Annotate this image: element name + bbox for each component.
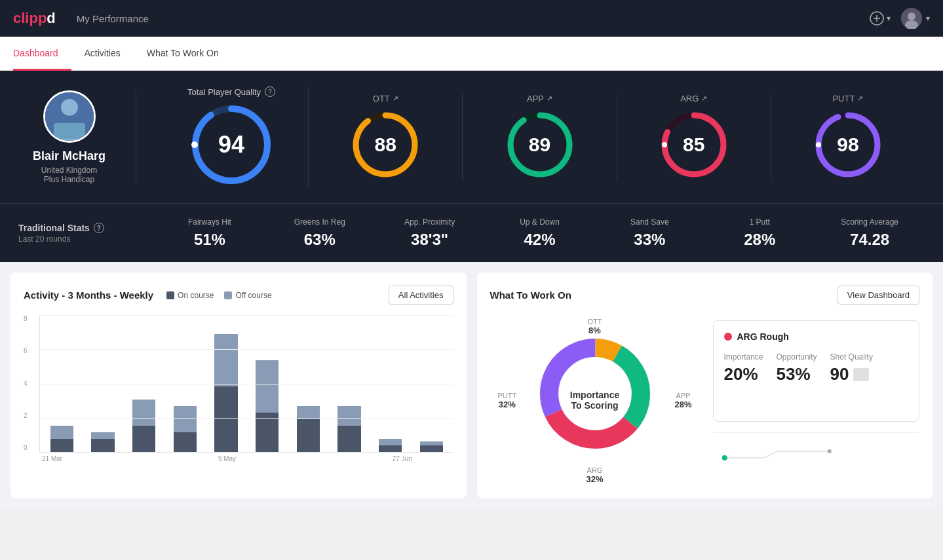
all-activities-button[interactable]: All Activities — [389, 286, 453, 305]
bar-off-course — [132, 400, 155, 426]
ring-arg: ARG ↗ 85 — [617, 94, 771, 181]
donut-chart — [529, 328, 661, 459]
tab-bar: Dashboard Activities What To Work On — [0, 37, 943, 71]
stat-sand-save: Sand Save 33% — [594, 217, 704, 249]
bar-group — [371, 315, 410, 452]
header-right: ▾ ▾ — [870, 8, 930, 29]
add-button[interactable]: ▾ — [870, 11, 891, 26]
ring-container-ott: 88 — [349, 109, 421, 181]
label-ott: OTT 8% — [588, 318, 602, 335]
bar-off-course — [50, 426, 73, 439]
metric-shot-quality: Shot Quality 90 — [830, 352, 873, 384]
label-arg: ARG 32% — [586, 466, 603, 484]
legend-off-course: Off course — [224, 291, 271, 300]
bar-group — [125, 315, 163, 452]
info-card-title: ARG Rough — [724, 331, 909, 342]
player-name: Blair McHarg — [33, 149, 106, 163]
view-dashboard-button[interactable]: View Dashboard — [837, 286, 919, 305]
donut-section: Importance To Scoring OTT 8% APP 28% ARG — [490, 315, 700, 485]
stat-help-icon[interactable]: ? — [94, 223, 104, 233]
ring-container-arg: 85 — [658, 109, 730, 181]
score-rings: Total Player Quality ? 94 OTT ↗ — [136, 86, 925, 187]
arg-label: ARG ↗ — [680, 94, 707, 103]
bar-group — [412, 315, 451, 452]
bar-on-course — [379, 445, 402, 452]
traditional-stats: Traditional Stats ? Last 20 rounds Fairw… — [0, 204, 943, 262]
bar-off-course — [91, 432, 114, 439]
tab-activities[interactable]: Activities — [71, 37, 134, 71]
label-app: APP 28% — [674, 392, 691, 409]
bar-off-course — [337, 406, 360, 426]
logo-text: clippd — [13, 10, 56, 27]
bar-on-course — [174, 432, 197, 452]
score-total-value: 94 — [218, 131, 244, 159]
ott-label: OTT ↗ — [373, 94, 398, 103]
bar-off-course — [256, 360, 279, 413]
work-on-card: What To Work On View Dashboard — [477, 272, 933, 498]
legend-off-dot — [224, 291, 232, 299]
score-app-value: 89 — [529, 134, 550, 156]
bar-group — [330, 315, 369, 452]
activity-card-header: Activity - 3 Months - Weekly On course O… — [24, 286, 453, 305]
stat-label-sub: Last 20 rounds — [18, 234, 121, 244]
svg-rect-9 — [53, 122, 85, 138]
avatar — [901, 8, 922, 29]
svg-point-7 — [61, 98, 78, 115]
ring-putt: PUTT ↗ 98 — [771, 94, 925, 181]
legend: On course Off course — [166, 291, 272, 300]
metric-importance: Importance 20% — [724, 352, 763, 384]
work-on-card-header: What To Work On View Dashboard — [490, 286, 920, 305]
tab-dashboard[interactable]: Dashboard — [13, 37, 71, 71]
player-handicap: Plus Handicap — [44, 175, 94, 184]
stat-up-and-down: Up & Down 42% — [485, 217, 595, 249]
svg-point-29 — [827, 449, 831, 453]
stats-grid: Fairways Hit 51% Greens In Reg 63% App. … — [136, 217, 925, 249]
donut-labels: Importance To Scoring OTT 8% APP 28% ARG — [497, 315, 693, 485]
player-avatar — [43, 90, 96, 143]
ring-container-app: 89 — [504, 109, 576, 181]
bar-group — [248, 315, 286, 452]
bar-on-course — [50, 439, 73, 452]
bar-group — [166, 315, 204, 452]
bar-group — [207, 315, 246, 452]
bar-off-course — [214, 334, 237, 386]
player-info: Blair McHarg United Kingdom Plus Handica… — [18, 90, 136, 184]
bar-off-course — [379, 439, 402, 445]
label-putt: PUTT 32% — [498, 392, 517, 409]
user-menu[interactable]: ▾ — [901, 8, 930, 29]
header-title: My Performance — [77, 13, 149, 24]
putt-label: PUTT ↗ — [832, 94, 863, 103]
legend-on-dot — [166, 291, 174, 299]
bar-group — [289, 315, 328, 452]
red-dot — [724, 333, 732, 341]
ring-ott: OTT ↗ 88 — [309, 94, 463, 181]
legend-on-course: On course — [166, 291, 214, 300]
stat-scoring-average: Scoring Average 74.28 — [815, 217, 925, 249]
work-on-title: What To Work On — [490, 289, 571, 301]
svg-point-28 — [722, 455, 727, 460]
connector-area — [713, 432, 920, 485]
ring-total: Total Player Quality ? 94 — [155, 86, 309, 187]
activity-title: Activity - 3 Months - Weekly — [24, 289, 153, 301]
bar-on-course — [420, 445, 443, 452]
stat-greens-in-reg: Greens In Reg 63% — [265, 217, 375, 249]
stat-fairways-hit: Fairways Hit 51% — [155, 217, 265, 249]
bar-on-course — [214, 386, 237, 452]
score-ott-value: 88 — [375, 134, 396, 156]
bar-off-course — [297, 406, 320, 419]
info-metrics: Importance 20% Opportunity 53% Shot Qual… — [724, 352, 909, 384]
bar-off-course — [174, 406, 197, 432]
bar-on-course — [91, 439, 114, 452]
help-icon[interactable]: ? — [265, 86, 275, 97]
score-arg-value: 85 — [683, 134, 704, 156]
stat-label-title: Traditional Stats ? — [18, 223, 121, 233]
header: clippd My Performance ▾ ▾ — [0, 0, 943, 37]
activity-card: Activity - 3 Months - Weekly On course O… — [10, 272, 467, 498]
bar-on-course — [256, 413, 279, 452]
bottom-section: Activity - 3 Months - Weekly On course O… — [0, 262, 943, 509]
metric-opportunity: Opportunity 53% — [777, 352, 817, 384]
hero-section: Blair McHarg United Kingdom Plus Handica… — [0, 71, 943, 204]
bar-on-course — [297, 419, 320, 452]
player-country: United Kingdom — [41, 166, 97, 175]
tab-what-to-work-on[interactable]: What To Work On — [134, 37, 232, 71]
